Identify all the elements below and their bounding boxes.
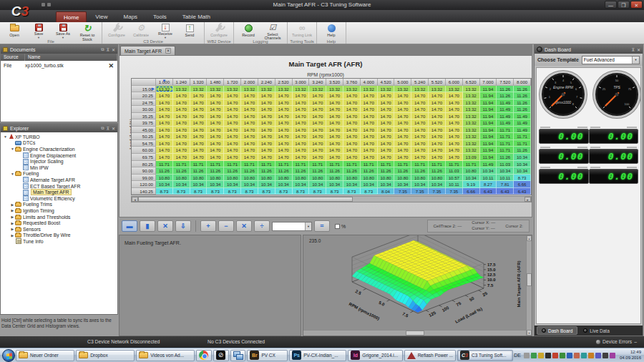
- grid-cell[interactable]: 13.32: [463, 113, 480, 120]
- grid-cell[interactable]: 14.70: [378, 140, 395, 147]
- grid-cell[interactable]: 11.71: [514, 133, 531, 140]
- grid-cell[interactable]: 14.70: [446, 92, 463, 99]
- table-math-button-1[interactable]: −: [218, 220, 234, 232]
- grid-cell[interactable]: 11.71: [497, 140, 514, 147]
- grid-cell[interactable]: 10.34: [190, 181, 208, 188]
- app-logo[interactable]: C3: [1, 1, 39, 21]
- button-receive[interactable]: Receive▼: [153, 23, 177, 39]
- grid-cell[interactable]: 14.70: [411, 133, 429, 140]
- grid-cell[interactable]: 10.34: [326, 181, 343, 188]
- grid-cell[interactable]: 14.70: [275, 140, 293, 147]
- grid-cell[interactable]: 14.70: [343, 99, 361, 107]
- grid-cell[interactable]: 14.70: [394, 127, 411, 134]
- grid-cell[interactable]: 10.34: [241, 181, 258, 188]
- grid-row-header[interactable]: 50.25: [132, 133, 156, 140]
- grid-cell[interactable]: 14.70: [361, 119, 378, 127]
- grid-cell[interactable]: 11.26: [497, 86, 514, 93]
- button-open[interactable]: Open: [2, 23, 26, 39]
- grid-cell[interactable]: 14.70: [411, 113, 429, 120]
- grid-cell[interactable]: 6.43: [514, 188, 531, 195]
- tree-item-ignition-timing[interactable]: ▶Ignition Timing: [1, 207, 117, 214]
- grid-cell[interactable]: 14.70: [411, 154, 429, 161]
- grid-cell[interactable]: 14.70: [241, 92, 258, 99]
- grid-cell[interactable]: 14.70: [361, 106, 378, 113]
- grid-cell[interactable]: 11.49: [514, 113, 531, 120]
- grid-cell[interactable]: 13.32: [394, 86, 411, 93]
- grid-col-header[interactable]: 1.480: [207, 79, 224, 86]
- grid-cell[interactable]: 14.70: [275, 133, 293, 140]
- grid-col-header[interactable]: 7.520: [497, 79, 514, 86]
- button-send[interactable]: Send: [177, 23, 202, 39]
- device-errors-status[interactable]: Device Errors –: [596, 339, 637, 344]
- grid-cell[interactable]: 11.26: [429, 167, 446, 175]
- grid-cell[interactable]: 11.26: [514, 147, 531, 154]
- language-indicator[interactable]: DE: [514, 353, 521, 358]
- grid-cell[interactable]: 6.43: [480, 188, 497, 195]
- tree-item-fueling[interactable]: ▼Fueling: [1, 171, 117, 177]
- grid-cell[interactable]: 14.70: [293, 147, 310, 154]
- grid-cell[interactable]: 14.70: [361, 127, 378, 134]
- grid-cell[interactable]: 11.71: [446, 161, 463, 168]
- grid-cell[interactable]: 14.70: [309, 92, 326, 99]
- grid-cell[interactable]: 11.71: [309, 161, 326, 168]
- grid-cell[interactable]: 10.34: [361, 181, 378, 188]
- button-save[interactable]: Save▼: [26, 23, 51, 39]
- grid-cell[interactable]: 14.70: [224, 154, 241, 161]
- grid-cell[interactable]: 10.11: [480, 175, 497, 182]
- grid-cell[interactable]: 14.70: [293, 154, 310, 161]
- grid-cell[interactable]: 14.70: [207, 154, 224, 161]
- grid-cell[interactable]: 14.70: [293, 92, 310, 99]
- grid-cell[interactable]: 14.70: [156, 119, 173, 127]
- cascade-icon[interactable]: ⧉: [101, 47, 104, 52]
- grid-cell[interactable]: 11.94: [480, 127, 497, 134]
- grid-cell[interactable]: 10.34: [378, 181, 395, 188]
- grid-cell[interactable]: 14.70: [190, 140, 208, 147]
- grid-row-header[interactable]: 69.75: [132, 154, 156, 161]
- grid-cell[interactable]: 14.70: [394, 154, 411, 161]
- scroll-left-icon[interactable]: ◂: [132, 197, 138, 202]
- grid-cell[interactable]: 14.70: [446, 140, 463, 147]
- grid-cell[interactable]: 14.70: [258, 119, 275, 127]
- grid-cell[interactable]: 14.70: [343, 140, 361, 147]
- grid-cell[interactable]: 11.94: [480, 140, 497, 147]
- grid-cell[interactable]: 11.26: [343, 167, 361, 175]
- tree-item-main-target-afr[interactable]: Main Target AFR: [1, 189, 117, 195]
- grid-cell[interactable]: 8.27: [480, 181, 497, 188]
- grid-cell[interactable]: 11.94: [480, 113, 497, 120]
- grid-cell[interactable]: 14.70: [343, 133, 361, 140]
- tree-item-injector-scaling[interactable]: Injector Scaling: [1, 158, 117, 165]
- grid-cell[interactable]: 11.26: [207, 167, 224, 175]
- grid-cell[interactable]: 14.70: [275, 106, 293, 113]
- grid-cell[interactable]: 7.35: [429, 188, 446, 195]
- grid-cell[interactable]: 14.70: [411, 147, 429, 154]
- grid-cell[interactable]: 8.73: [258, 188, 275, 195]
- grid-cell[interactable]: 14.70: [326, 133, 343, 140]
- grid-row-header[interactable]: 30.00: [132, 106, 156, 113]
- ribbon-tab-home[interactable]: Home: [56, 11, 87, 22]
- taskbar-item-reflash-power[interactable]: Reflash Power ...: [404, 350, 456, 361]
- grid-cell[interactable]: 14.70: [361, 92, 378, 99]
- grid-cell[interactable]: 10.80: [394, 175, 411, 182]
- grid-cell[interactable]: 10.11: [497, 175, 514, 182]
- tree-item-engine-displacement[interactable]: Engine Displacement: [1, 152, 117, 159]
- grid-cell[interactable]: 14.70: [156, 113, 173, 120]
- grid-cell[interactable]: 14.70: [378, 99, 395, 107]
- grid-col-header[interactable]: 3.520: [326, 79, 343, 86]
- apply-equals-button[interactable]: =: [314, 220, 330, 232]
- grid-cell[interactable]: 10.34: [173, 181, 190, 188]
- grid-cell[interactable]: 10.80: [378, 175, 395, 182]
- grid-cell[interactable]: 14.70: [309, 113, 326, 120]
- tray-icon-1[interactable]: [531, 353, 537, 358]
- grid-cell[interactable]: 7.35: [446, 188, 463, 195]
- grid-cell[interactable]: 11.94: [480, 86, 497, 93]
- grid-col-header[interactable]: 2.520: [275, 79, 293, 86]
- table-tool-button-2[interactable]: ✕: [157, 220, 173, 232]
- grid-cell[interactable]: 11.26: [514, 99, 531, 107]
- grid-cell[interactable]: 14.70: [241, 99, 258, 107]
- grid-cell[interactable]: 14.70: [361, 113, 378, 120]
- grid-col-header[interactable]: 1.320: [190, 79, 208, 86]
- taskbar-item-neuer-ordner[interactable]: Neuer Ordner: [16, 350, 74, 361]
- taskbar-item-grigone-2014-i[interactable]: IdGrigone_2014.i...: [348, 350, 402, 361]
- grid-cell[interactable]: 14.70: [343, 113, 361, 120]
- grid-cell[interactable]: 11.03: [497, 161, 514, 168]
